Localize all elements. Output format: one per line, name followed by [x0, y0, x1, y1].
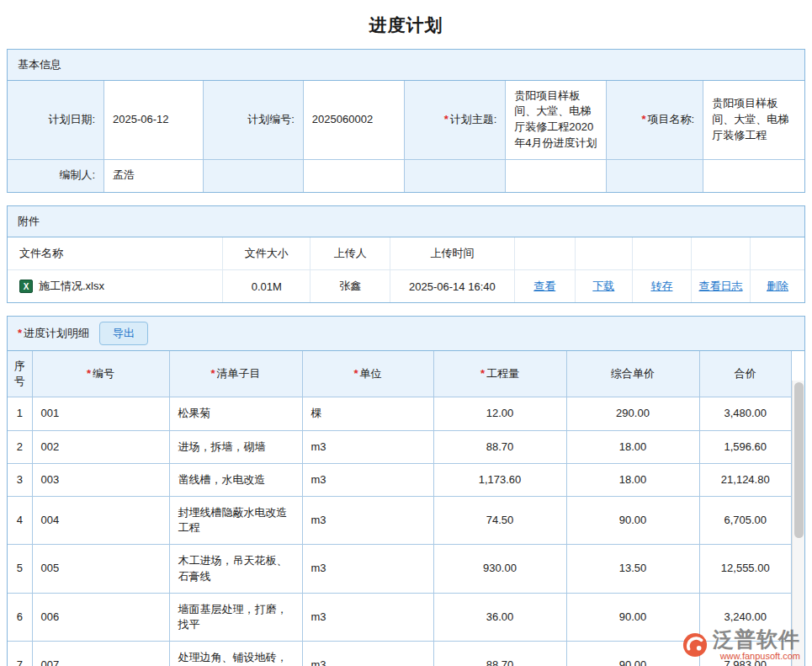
view-log-link[interactable]: 查看日志	[699, 280, 743, 292]
attachment-action-cell: 删除	[751, 270, 804, 303]
col-upload-time: 上传时间	[390, 237, 515, 270]
detail-section-header: *进度计划明细 导出	[8, 317, 804, 351]
required-asterisk: *	[18, 327, 22, 339]
attachment-uploader: 张鑫	[310, 270, 390, 303]
col-empty	[632, 237, 691, 270]
excel-file-icon: X	[19, 280, 33, 293]
creator-label: 编制人:	[8, 159, 104, 192]
required-asterisk: *	[480, 367, 485, 380]
detail-row: 5 005 木工进场，吊天花板、石膏线 m3 930.00 13.50 12,5…	[8, 545, 792, 593]
detail-table-wrap: 序号 *编号 *清单子目 *单位 *工程量 综合单价 合价 1 001 松果菊	[8, 351, 804, 666]
detail-row: 4 004 封埋线槽隐蔽水电改造工程 m3 74.50 90.00 6,705.…	[8, 496, 792, 544]
col-unit-price: 综合单价	[566, 351, 699, 397]
col-unit: *单位	[302, 351, 433, 397]
required-asterisk: *	[444, 113, 448, 125]
plan-subject-label: *计划主题:	[405, 81, 506, 159]
creator-value: 孟浩	[104, 159, 204, 192]
plan-subject-value: 贵阳项目样板间、大堂、电梯厅装修工程2020年4月份进度计划	[506, 81, 606, 159]
basic-info-table: 计划日期: 2025-06-12 计划编号: 2025060002 *计划主题:…	[8, 81, 804, 192]
attachment-file-size: 0.01M	[223, 270, 310, 303]
col-empty	[575, 237, 632, 270]
page: 进度计划 基本信息 计划日期: 2025-06-12 计划编号: 2025060…	[0, 13, 812, 666]
download-link[interactable]: 下载	[592, 280, 614, 292]
save-as-link[interactable]: 转存	[650, 280, 672, 292]
detail-row: 1 001 松果菊 棵 12.00 290.00 3,480.00	[8, 397, 792, 430]
col-empty	[691, 237, 750, 270]
empty-cell	[703, 159, 804, 192]
empty-cell	[204, 159, 303, 192]
empty-cell	[506, 159, 606, 192]
detail-panel: *进度计划明细 导出 序号 *编号 *清单子目 *单位 *工程量 综合单价	[7, 316, 805, 666]
detail-section-title: 进度计划明细	[24, 327, 89, 339]
col-item: *清单子目	[169, 351, 302, 397]
required-asterisk: *	[353, 367, 358, 380]
attachment-action-cell: 查看	[514, 270, 575, 303]
detail-row: 3 003 凿线槽，水电改造 m3 1,173.60 18.00 21,124.…	[8, 463, 792, 496]
delete-link[interactable]: 删除	[767, 280, 788, 292]
plan-date-value: 2025-06-12	[104, 81, 204, 159]
project-name-label: *项目名称:	[606, 81, 703, 159]
detail-table: 序号 *编号 *清单子目 *单位 *工程量 综合单价 合价 1 001 松果菊	[8, 351, 792, 666]
col-code: *编号	[32, 351, 169, 397]
plan-no-label: 计划编号:	[204, 81, 303, 159]
attachment-action-cell: 下载	[575, 270, 632, 303]
col-file-name: 文件名称	[8, 237, 223, 270]
attachments-section-title: 附件	[8, 206, 804, 237]
col-quantity: *工程量	[433, 351, 566, 397]
detail-row: 6 006 墙面基层处理，打磨，找平 m3 36.00 90.00 3,240.…	[8, 593, 792, 641]
col-uploader: 上传人	[310, 237, 390, 270]
plan-date-label: 计划日期:	[8, 81, 104, 159]
view-link[interactable]: 查看	[533, 280, 555, 292]
attachment-upload-time: 2025-06-14 16:40	[390, 270, 515, 303]
detail-section-title-wrap: *进度计划明细	[18, 326, 89, 341]
col-file-size: 文件大小	[223, 237, 310, 270]
page-title: 进度计划	[7, 13, 805, 37]
export-button[interactable]: 导出	[99, 322, 148, 345]
required-asterisk: *	[210, 367, 215, 380]
col-empty	[514, 237, 575, 270]
required-asterisk: *	[642, 113, 646, 125]
attachment-file-name: 施工情况.xlsx	[39, 279, 104, 294]
vertical-scrollbar[interactable]	[792, 381, 804, 666]
empty-cell	[303, 159, 404, 192]
plan-no-value: 2025060002	[303, 81, 404, 159]
basic-info-section-title: 基本信息	[8, 50, 804, 81]
required-asterisk: *	[87, 367, 91, 380]
empty-cell	[405, 159, 506, 192]
detail-row: 2 002 进场，拆墙，砌墙 m3 88.70 18.00 1,596.60	[8, 430, 792, 463]
attachment-file: X 施工情况.xlsx	[8, 270, 223, 303]
attachments-panel: 附件 文件名称 文件大小 上传人 上传时间 X	[7, 205, 805, 303]
col-seq: 序号	[8, 351, 32, 397]
col-empty	[751, 237, 804, 270]
attachments-table: 文件名称 文件大小 上传人 上传时间 X 施工情况.xlsx 0.01M	[8, 237, 804, 302]
col-total: 合价	[699, 351, 792, 397]
project-name-value: 贵阳项目样板间、大堂、电梯厅装修工程	[703, 81, 804, 159]
basic-info-panel: 基本信息 计划日期: 2025-06-12 计划编号: 2025060002 *…	[7, 49, 805, 193]
detail-row: 7 007 处理边角、铺设地砖，过门石 m3 88.70 90.00 7,983…	[8, 642, 792, 666]
attachment-row: X 施工情况.xlsx 0.01M 张鑫 2025-06-14 16:40 查看…	[8, 270, 804, 303]
scrollbar-thumb[interactable]	[794, 382, 804, 538]
attachment-action-cell: 查看日志	[691, 270, 750, 303]
empty-cell	[606, 159, 703, 192]
attachment-action-cell: 转存	[632, 270, 691, 303]
